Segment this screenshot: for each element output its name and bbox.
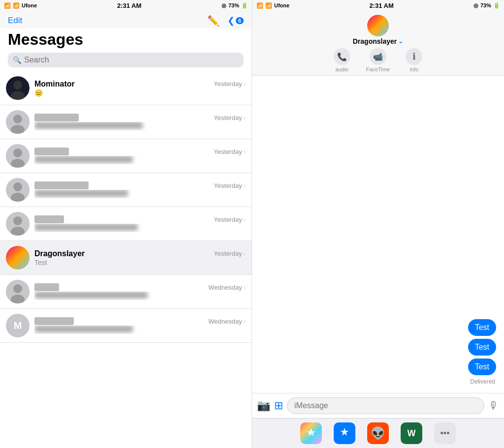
svg-point-7 [13,149,22,157]
audio-action[interactable]: 📞 audio [334,48,350,72]
message-header-row: Wednesday › [34,283,246,291]
dock-reddit-icon[interactable]: 👽 [367,422,389,444]
edit-button[interactable]: Edit [8,16,22,26]
audio-label: audio [335,66,348,72]
signal-icon: 📶 [4,2,11,9]
appstore-icon[interactable]: ⊞ [274,399,283,412]
message-bubble-row: Test [260,358,496,375]
chevron-icon: › [244,148,246,155]
message-time: Yesterday › [214,250,246,257]
right-wifi-icon: 📶 [265,2,272,9]
list-item[interactable]: Yesterday › [0,173,252,207]
status-left-carrier-group: 📶 📶 Ufone [4,2,37,9]
right-time: 2:31 AM [369,2,393,9]
chevron-icon: › [244,216,246,223]
status-right-carrier-group: 📶 📶 Ufone [256,2,289,9]
message-preview [34,292,246,300]
list-item[interactable]: Mominator Yesterday › 😑 [0,71,252,105]
avatar [6,280,30,303]
svg-point-4 [13,115,22,123]
avatar [6,212,30,236]
svg-point-16 [13,284,22,293]
message-bubble: Test [468,339,496,356]
main-content: Edit ✏️ ❮ 6 Messages 🔍 [0,11,504,448]
messages-header: Edit ✏️ ❮ 6 [0,11,252,29]
list-item[interactable]: Yesterday › [0,139,252,173]
status-left-icons: ◎ 73% 🔋 [221,2,248,9]
message-body: Wednesday › [34,283,246,300]
blurred-name [34,317,74,325]
chat-avatar-inner [367,15,389,36]
message-preview [34,224,246,232]
list-item[interactable]: Yesterday › [0,105,252,139]
message-time: Yesterday › [214,216,246,223]
list-item[interactable]: Wednesday › [0,275,252,309]
list-item[interactable]: Yesterday › [0,207,252,241]
avatar [6,76,30,100]
search-bar[interactable]: 🔍 [8,53,244,67]
message-header-row: Yesterday › [34,114,246,121]
svg-point-1 [13,81,22,90]
message-preview: 😑 [34,89,246,97]
message-time: Wednesday › [208,318,246,325]
right-battery: 73% [480,2,491,8]
avatar-letter: M [14,320,22,331]
message-header-row: Yesterday › [34,181,246,189]
back-chevron-icon: ❮ [227,15,235,26]
input-bar: 📷 ⊞ 🎙 [252,393,504,418]
mic-icon[interactable]: 🎙 [488,399,499,412]
chat-avatar [367,15,389,36]
chevron-icon: › [244,318,246,325]
info-label: info [410,66,418,72]
message-time: Yesterday › [214,114,246,121]
chat-actions: 📞 audio 📹 FaceTime ℹ info [334,48,423,72]
chat-contact-name: Dragonslayer [353,37,397,45]
chevron-icon: › [244,114,246,121]
message-time: Yesterday › [214,148,246,155]
dock-word-icon[interactable]: W [401,422,422,444]
audio-icon: 📞 [334,48,350,65]
battery-icon: 🔋 [241,2,248,9]
camera-icon[interactable]: 📷 [257,399,270,412]
message-bubble: Test [468,319,496,336]
right-battery-icon: 🔋 [493,2,500,9]
chevron-icon: › [244,80,246,88]
avatar [6,110,30,134]
chevron-icon: › [244,182,246,189]
message-header-row: Mominator Yesterday › [34,80,246,89]
left-time: 2:31 AM [117,2,141,9]
message-body: Mominator Yesterday › 😑 [34,80,246,97]
chat-messages: Test Test Test Delivered [252,76,504,393]
chat-name-chevron-icon: ⌄ [398,38,403,45]
dock-appstore-icon[interactable] [334,422,355,444]
search-input[interactable] [24,56,239,64]
right-location-icon: ◎ [473,2,478,9]
left-battery: 73% [228,2,239,8]
message-header-row: Wednesday › [34,317,246,325]
message-preview [34,326,246,334]
imessage-input[interactable] [287,397,484,414]
message-time: Wednesday › [208,284,246,291]
message-time: Yesterday › [214,80,246,88]
list-item[interactable]: M Wednesday › [0,309,252,343]
message-body: Yesterday › [34,215,246,232]
facetime-icon: 📹 [370,48,386,65]
dock-photos-icon[interactable] [300,422,322,444]
right-panel: Dragonslayer ⌄ 📞 audio 📹 FaceTime ℹ info [252,11,504,448]
blurred-name [34,181,89,189]
status-bar-right: 📶 📶 Ufone 2:31 AM ◎ 73% 🔋 [252,0,504,11]
message-header-row: Dragonslayer Yesterday › [34,249,246,258]
right-carrier: Ufone [274,2,289,8]
svg-point-13 [13,216,22,225]
dock-more-icon[interactable]: ••• [434,422,456,444]
chat-header: Dragonslayer ⌄ 📞 audio 📹 FaceTime ℹ info [252,11,504,76]
message-preview [34,190,246,198]
info-action[interactable]: ℹ info [406,48,422,72]
list-item[interactable]: Dragonslayer Yesterday › Test [0,241,252,275]
compose-icon[interactable]: ✏️ [207,15,220,27]
message-header-row: Yesterday › [34,215,246,223]
facetime-action[interactable]: 📹 FaceTime [366,48,390,72]
dock: 👽 W ••• [252,418,504,448]
info-icon: ℹ [406,48,422,65]
message-body: Yesterday › [34,181,246,198]
